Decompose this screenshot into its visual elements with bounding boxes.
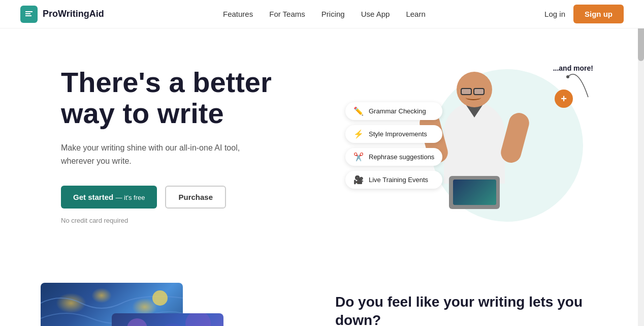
overlay-pattern xyxy=(112,313,223,326)
section-two: My idea in my head Do you feel like your… xyxy=(0,252,644,326)
get-started-button[interactable]: Get started — it's free xyxy=(61,186,157,209)
laptop-screen xyxy=(453,180,496,205)
svg-point-1 xyxy=(127,318,147,326)
hero-section: There's a better way to write Make your … xyxy=(0,28,644,252)
overlay-painting: My idea in my head xyxy=(112,313,223,326)
person-body xyxy=(444,102,505,184)
laptop-screen-content xyxy=(453,180,496,205)
more-label: ...and more! xyxy=(553,64,593,72)
login-button[interactable]: Log in xyxy=(544,10,565,18)
logo-svg xyxy=(24,9,34,19)
nav-item-features[interactable]: Features xyxy=(223,10,253,18)
training-icon: 🎥 xyxy=(353,175,364,185)
chip-grammar: ✏️ Grammar Checking xyxy=(345,102,442,120)
person-smile xyxy=(466,95,481,100)
svg-point-2 xyxy=(157,323,188,326)
nav-actions: Log in Sign up xyxy=(544,5,624,23)
hero-left: There's a better way to write Make your … xyxy=(61,67,325,224)
person-head xyxy=(457,72,492,107)
moon xyxy=(152,290,168,306)
nav-item-use-app[interactable]: Use App xyxy=(361,10,390,18)
navigation: ProWritingAid Features For Teams Pricing… xyxy=(0,0,644,28)
person-glasses xyxy=(461,88,485,95)
style-icon: ⚡ xyxy=(353,129,364,139)
logo-icon xyxy=(20,6,38,23)
chip-style: ⚡ Style Improvements xyxy=(345,125,442,143)
page-scrollbar[interactable] xyxy=(638,0,644,326)
feature-chips: ✏️ Grammar Checking ⚡ Style Improvements… xyxy=(345,102,442,189)
svg-point-0 xyxy=(566,75,569,78)
section-two-text: Do you feel like your writing lets you d… xyxy=(335,283,624,326)
purchase-button[interactable]: Purchase xyxy=(165,186,226,209)
brand-logo[interactable]: ProWritingAid xyxy=(20,6,104,23)
plus-badge: + xyxy=(555,90,573,108)
rephrase-icon: ✂️ xyxy=(353,152,364,162)
grammar-icon: ✏️ xyxy=(353,106,364,116)
svg-point-3 xyxy=(185,313,211,326)
painting-container: My idea in my head xyxy=(41,283,213,326)
no-credit-text: No credit card required xyxy=(61,217,325,224)
chip-training: 🎥 Live Training Events xyxy=(345,171,442,189)
signup-button[interactable]: Sign up xyxy=(573,5,624,23)
nav-links: Features For Teams Pricing Use App Learn xyxy=(223,10,426,19)
brand-name: ProWritingAid xyxy=(43,9,104,19)
nav-item-for-teams[interactable]: For Teams xyxy=(269,10,305,18)
hero-cta: Get started — it's free Purchase xyxy=(61,186,325,209)
hero-title: There's a better way to write xyxy=(61,67,325,129)
nav-item-learn[interactable]: Learn xyxy=(406,10,425,18)
hero-right: ...and more! + xyxy=(325,59,624,232)
laptop xyxy=(449,176,500,209)
section-two-visual: My idea in my head xyxy=(41,283,305,326)
hero-subtitle: Make your writing shine with our all-in-… xyxy=(61,141,254,167)
section-two-title: Do you feel like your writing lets you d… xyxy=(335,293,624,326)
nav-item-pricing[interactable]: Pricing xyxy=(321,10,345,18)
chip-rephrase: ✂️ Rephrase suggestions xyxy=(345,148,442,166)
